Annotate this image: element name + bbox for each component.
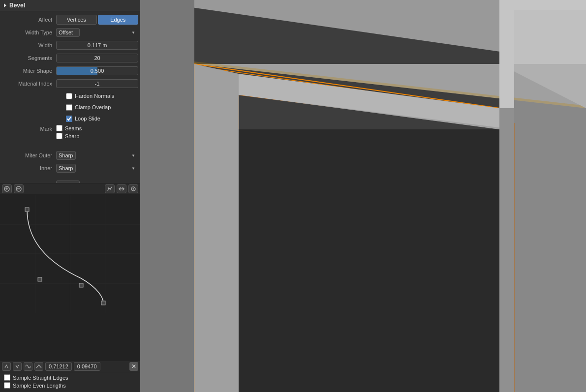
inner-select-wrapper: Sharp Arc (56, 164, 138, 173)
seams-label: Seams (65, 125, 82, 131)
intersection-type-select-wrapper: Grid Fill Cutoff (56, 181, 138, 183)
segments-input[interactable]: 20 (56, 54, 138, 62)
coord-icon-4[interactable] (34, 362, 43, 371)
harden-normals-row: Harden Normals (2, 91, 138, 101)
sample-even-lengths-row: Sample Even Lengths (4, 382, 136, 389)
affect-row: Affect Vertices Edges (2, 14, 138, 25)
coords-bar: 0.71212 0.09470 ✕ (0, 361, 140, 372)
seams-row: Seams (56, 125, 82, 131)
miter-outer-select[interactable]: Sharp Patch Arc (56, 151, 76, 160)
curve-area[interactable] (0, 195, 140, 361)
collapse-triangle (4, 3, 6, 7)
width-type-select[interactable]: Offset Width Depth Percent (56, 28, 80, 37)
loop-slide-row: Loop Slide (2, 114, 138, 123)
coord-icon-2[interactable] (13, 362, 22, 371)
sharp-checkbox[interactable] (56, 133, 62, 139)
harden-normals-label: Harden Normals (75, 93, 114, 99)
svg-marker-23 (140, 0, 194, 392)
add-point-btn[interactable] (2, 184, 12, 193)
width-type-row: Width Type Offset Width Depth Percent (2, 27, 138, 38)
svg-rect-16 (79, 283, 83, 287)
sample-straight-edges-row: Sample Straight Edges (4, 374, 136, 381)
miter-outer-label: Miter Outer (2, 152, 56, 158)
intersection-type-row: Intersection Type Grid Fill Cutoff (2, 180, 138, 183)
coord-icon-3[interactable] (24, 362, 32, 371)
mark-label: Mark (2, 125, 56, 132)
clamp-overlap-checkbox[interactable] (66, 104, 72, 111)
mark-checks: Seams Sharp (56, 125, 82, 139)
sharp-row: Sharp (56, 133, 82, 139)
width-row: Width 0.117 m (2, 40, 138, 51)
width-type-label: Width Type (2, 30, 56, 35)
curve-view-btn[interactable] (105, 184, 115, 193)
svg-marker-89 (499, 108, 514, 392)
width-type-select-wrapper: Offset Width Depth Percent (56, 28, 138, 37)
remove-point-btn[interactable] (14, 184, 24, 193)
inner-row: Inner Sharp Arc (2, 163, 138, 174)
affect-btn-group: Vertices Edges (56, 15, 138, 25)
svg-point-7 (133, 188, 134, 190)
close-btn[interactable]: ✕ (129, 362, 138, 371)
material-index-row: Material Index -1 (2, 78, 138, 89)
coord-x: 0.71212 (45, 362, 72, 371)
sample-even-lengths-label: Sample Even Lengths (13, 383, 66, 389)
material-index-input[interactable]: -1 (56, 79, 138, 88)
sample-straight-edges-label: Sample Straight Edges (13, 375, 68, 381)
inner-label: Inner (2, 165, 56, 171)
affect-label: Affect (2, 17, 56, 23)
segments-row: Segments 20 (2, 53, 138, 63)
bottom-checks: Sample Straight Edges Sample Even Length… (0, 372, 140, 392)
sharp-label: Sharp (65, 133, 79, 139)
seams-checkbox[interactable] (56, 125, 62, 131)
svg-rect-17 (101, 301, 105, 305)
clamp-overlap-label: Clamp Overlap (75, 104, 111, 110)
svg-rect-85 (239, 129, 499, 392)
curve-toolbar (0, 183, 140, 195)
loop-slide-label: Loop Slide (75, 116, 100, 121)
inner-select[interactable]: Sharp Arc (56, 164, 76, 173)
intersection-type-select[interactable]: Grid Fill Cutoff (56, 181, 80, 183)
edges-btn[interactable]: Edges (98, 15, 139, 25)
width-input[interactable]: 0.117 m (56, 41, 138, 50)
sample-straight-edges-checkbox[interactable] (4, 374, 10, 381)
coord-icon-1[interactable] (2, 362, 11, 371)
curve-flip-btn[interactable] (117, 184, 126, 193)
harden-normals-checkbox[interactable] (66, 93, 72, 99)
curve-reset-btn[interactable] (128, 184, 138, 193)
segments-label: Segments (2, 55, 56, 61)
miter-outer-row: Miter Outer Sharp Patch Arc (2, 150, 138, 161)
clamp-overlap-row: Clamp Overlap (2, 102, 138, 112)
svg-marker-88 (194, 64, 239, 392)
miter-shape-input[interactable]: 0.500 (56, 66, 138, 75)
mark-section: Mark Seams Sharp (2, 125, 138, 145)
width-label: Width (2, 42, 56, 48)
material-index-label: Material Index (2, 81, 56, 87)
vertices-btn[interactable]: Vertices (56, 15, 97, 25)
sample-even-lengths-checkbox[interactable] (4, 382, 10, 389)
loop-slide-checkbox[interactable] (66, 116, 72, 122)
svg-rect-15 (38, 277, 42, 281)
svg-rect-14 (25, 208, 29, 211)
panel-header: Bevel (0, 0, 140, 11)
miter-shape-label: Miter Shape (2, 68, 56, 74)
viewport[interactable] (140, 0, 586, 392)
miter-shape-row: Miter Shape 0.500 (2, 65, 138, 76)
panel-title: Bevel (9, 2, 25, 9)
coord-y: 0.09470 (74, 362, 100, 371)
miter-outer-select-wrapper: Sharp Patch Arc (56, 151, 138, 160)
